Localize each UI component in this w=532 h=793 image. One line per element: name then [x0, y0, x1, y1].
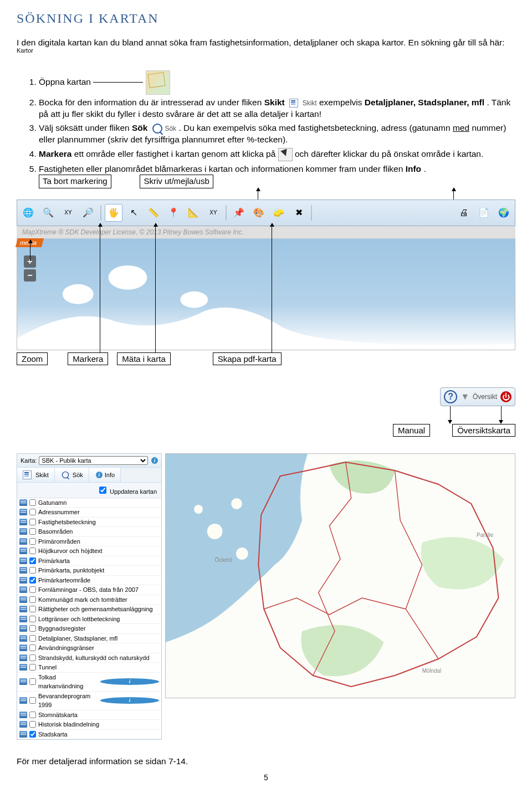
step-4: Markera ett område eller fastighet i kar… — [39, 148, 515, 161]
earth-export-icon[interactable]: 🌍 — [495, 204, 513, 222]
map-label-molndal: Mölndal — [422, 668, 441, 674]
uppdatera-checkbox[interactable] — [99, 487, 106, 494]
layer-checkbox[interactable] — [29, 528, 36, 535]
layer-item: Lottgränser och lottbeteckning — [17, 615, 161, 625]
layer-stack-icon — [19, 654, 27, 661]
layer-stack-icon — [19, 635, 27, 642]
svg-point-2 — [180, 291, 208, 308]
layer-stack-icon — [19, 644, 27, 651]
svg-point-5 — [231, 498, 242, 509]
step3-b: . Du kan exempelvis söka med fastighetsb… — [178, 123, 453, 132]
layer-stack-icon — [19, 577, 27, 584]
layer-stack-icon — [19, 697, 27, 704]
page-number: 5 — [17, 773, 515, 782]
power-icon[interactable]: ⏻ — [500, 391, 511, 402]
globe-icon[interactable]: 🌐 — [19, 204, 37, 222]
info-icon[interactable]: i — [100, 678, 159, 685]
overview-toggle-icon[interactable]: ▼ — [461, 392, 469, 402]
layer-item: Basområden — [17, 527, 161, 537]
pan-icon[interactable]: 🖐 — [105, 204, 122, 222]
clear-all-icon[interactable]: ✖ — [290, 204, 308, 222]
layer-stack-icon — [19, 557, 27, 564]
step-3: Välj söksätt under fliken Sök Sök . Du k… — [39, 122, 515, 146]
layer-label: Primärområden — [38, 537, 159, 546]
pin-person-icon[interactable]: 📍 — [165, 204, 182, 222]
eraser-icon[interactable]: 🧽 — [270, 204, 288, 222]
map-watermark: MapXtreme ® SDK Developer License, © 201… — [17, 226, 515, 239]
xy-point-icon[interactable]: XY — [204, 204, 222, 222]
palette-icon[interactable]: 🎨 — [250, 204, 268, 222]
layer-checkbox[interactable] — [29, 596, 36, 603]
step1-text: Öppna kartan — [39, 77, 91, 86]
layer-checkbox[interactable] — [29, 499, 36, 506]
tab-skikt[interactable]: Skikt — [17, 468, 55, 482]
layer-stack-icon — [19, 616, 27, 622]
kartor-thumb-icon — [146, 70, 170, 95]
layer-label: Byggnadsregister — [38, 624, 159, 633]
step2-b: exempelvis — [319, 98, 365, 107]
svg-point-1 — [109, 265, 147, 290]
layer-checkbox[interactable] — [29, 538, 36, 545]
layer-checkbox[interactable] — [29, 654, 36, 661]
layer-checkbox[interactable] — [29, 557, 36, 564]
step5-b: . — [423, 164, 426, 173]
layer-checkbox[interactable] — [29, 606, 36, 612]
layer-checkbox[interactable] — [29, 577, 36, 584]
layer-item: Tolkad markanvändningi — [17, 673, 161, 692]
layer-item: Adressnummer — [17, 508, 161, 518]
layer-label: Primärkarta, punktobjekt — [38, 566, 159, 575]
tab-info[interactable]: i Info — [89, 468, 121, 482]
karta-info-icon[interactable]: i — [151, 457, 158, 464]
step3-a: Välj söksätt under fliken — [39, 123, 132, 132]
step-5: Fastigheten eller planområdet blåmarkera… — [39, 163, 515, 188]
zoom-out-icon[interactable]: 🔎 — [79, 204, 97, 222]
xy-zoom-icon[interactable]: XY — [59, 204, 77, 222]
step2-detaljplaner: Detaljplaner, Stadsplaner, mfl — [365, 98, 484, 107]
karta-select[interactable]: SBK - Publik karta — [39, 456, 148, 465]
skikt-icon-label: Skikt — [303, 99, 317, 107]
layer-stack-icon — [19, 712, 27, 718]
tab-sok[interactable]: Sök — [55, 468, 89, 482]
layer-checkbox[interactable] — [29, 644, 36, 651]
footer-text: För mer detaljerad information se sidan … — [17, 756, 515, 766]
layer-checkbox[interactable] — [29, 678, 36, 685]
layer-checkbox[interactable] — [29, 519, 36, 525]
layer-label: Adressnummer — [38, 508, 159, 517]
layer-checkbox[interactable] — [29, 567, 36, 574]
pushpin-icon[interactable]: 📌 — [230, 204, 248, 222]
zoom-in-icon[interactable]: 🔍 — [39, 204, 57, 222]
layer-checkbox[interactable] — [29, 664, 36, 671]
step4-a: ett område eller fastighet i kartan geno… — [74, 149, 278, 158]
toolbar: 🌐 🔍 XY 🔎 🖐 ↖ 📏 📍 📐 XY 📌 🎨 🧽 ✖ 🖨 📄 🌍 — [17, 199, 515, 226]
layer-checkbox[interactable] — [29, 548, 36, 554]
zoom-out-button[interactable]: − — [24, 269, 36, 282]
layer-checkbox[interactable] — [29, 712, 36, 718]
sok-icon-label: Sök — [165, 125, 176, 132]
help-icon[interactable]: ? — [444, 390, 457, 403]
layer-checkbox[interactable] — [29, 697, 36, 704]
layer-checkbox[interactable] — [29, 731, 36, 738]
layer-checkbox[interactable] — [29, 721, 36, 728]
layer-checkbox[interactable] — [29, 509, 36, 515]
ruler-icon[interactable]: 📏 — [145, 204, 162, 222]
pdf-icon[interactable]: 📄 — [475, 204, 493, 222]
search-icon — [152, 124, 162, 134]
layer-checkbox[interactable] — [29, 616, 36, 622]
map-area-top[interactable]: metria + − — [17, 239, 515, 350]
info-icon[interactable]: i — [100, 697, 159, 704]
print-icon[interactable]: 🖨 — [455, 204, 473, 222]
layer-label: Bevarandeprogram 1999 — [38, 692, 97, 710]
layer-checkbox[interactable] — [29, 635, 36, 642]
layer-item: Användningsgränser — [17, 643, 161, 653]
layer-checkbox[interactable] — [29, 625, 36, 632]
select-arrow-icon[interactable]: ↖ — [125, 204, 142, 222]
layer-label: Kommunägd mark och tomträtter — [38, 595, 159, 605]
layer-checkbox[interactable] — [29, 586, 36, 593]
measure-icon[interactable]: 📐 — [185, 204, 202, 222]
overview-label[interactable]: Översikt — [473, 393, 497, 401]
layer-item: Primärkarteområde — [17, 576, 161, 586]
callout-print: Skriv ut/mejla/usb — [140, 175, 213, 188]
layer-label: Gatunamn — [38, 498, 159, 508]
layer-label: Höjdkurvor och höjdtext — [38, 546, 159, 556]
big-map[interactable]: MapXtreme ® SDK Developer License, © 201… — [165, 453, 515, 698]
